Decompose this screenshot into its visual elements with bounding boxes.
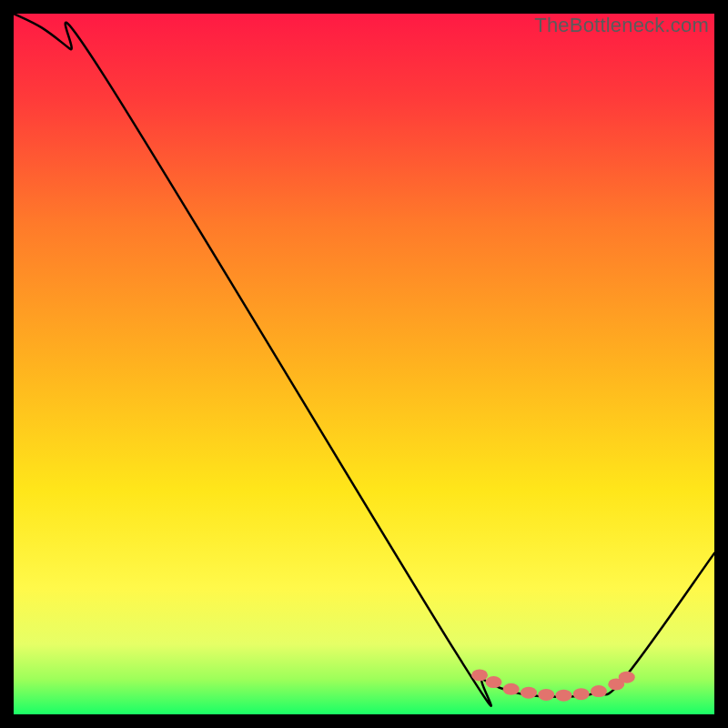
- marker-dot: [591, 685, 607, 697]
- marker-dot: [471, 669, 488, 681]
- marker-dot: [573, 688, 590, 700]
- bottleneck-chart: [14, 14, 714, 714]
- gradient-background: [14, 14, 714, 714]
- marker-dot: [538, 689, 554, 701]
- marker-dot: [485, 676, 501, 688]
- marker-dot: [503, 683, 520, 695]
- chart-frame: TheBottleneck.com: [14, 14, 714, 714]
- marker-dot: [521, 687, 537, 699]
- marker-dot: [619, 672, 635, 683]
- watermark-text: TheBottleneck.com: [534, 14, 709, 37]
- marker-dot: [555, 690, 571, 702]
